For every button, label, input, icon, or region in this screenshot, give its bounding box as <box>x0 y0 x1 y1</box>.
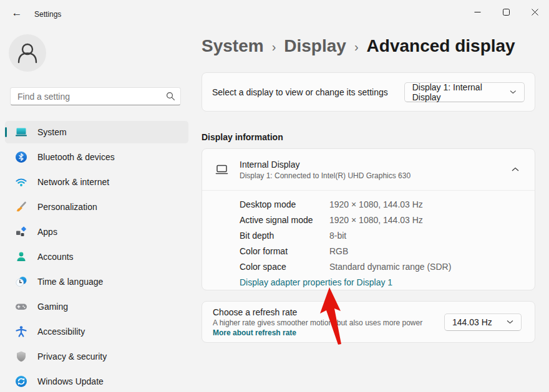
time-language-icon <box>15 275 27 288</box>
detail-row-active-signal-mode: Active signal mode 1920 × 1080, 144.03 H… <box>240 212 535 227</box>
sidebar-item-system[interactable]: System <box>5 121 188 143</box>
accessibility-icon <box>15 325 27 338</box>
avatar[interactable] <box>9 34 46 72</box>
maximize-button[interactable] <box>492 0 520 24</box>
back-button[interactable]: ← <box>5 2 29 24</box>
refresh-rate-card: Choose a refresh rate A higher rate give… <box>202 301 535 343</box>
select-display-card: Select a display to view or change its s… <box>202 72 535 112</box>
detail-row-bit-depth: Bit depth 8-bit <box>240 227 535 243</box>
chevron-down-icon <box>510 90 517 94</box>
sidebar-item-accounts[interactable]: Accounts <box>5 246 188 268</box>
chevron-down-icon <box>507 320 513 324</box>
sidebar-item-label: Accessibility <box>37 327 85 337</box>
sidebar-item-label: System <box>37 127 67 137</box>
window-controls <box>463 0 549 24</box>
breadcrumb-separator: › <box>272 35 276 57</box>
sidebar-item-personalization[interactable]: Personalization <box>5 196 188 218</box>
detail-row-color-format: Color format RGB <box>240 243 535 259</box>
chevron-up-icon <box>512 167 519 172</box>
search-input[interactable] <box>17 92 166 102</box>
windows-update-icon <box>15 375 27 388</box>
apps-icon <box>15 226 27 238</box>
sidebar-item-gaming[interactable]: Gaming <box>5 295 188 318</box>
sidebar-item-privacy-security[interactable]: Privacy & security <box>5 345 188 368</box>
refresh-rate-subtitle: A higher rate gives smoother motion, but… <box>213 318 422 327</box>
sidebar-item-label: Accounts <box>37 252 74 262</box>
collapse-button[interactable] <box>506 160 525 179</box>
page-title: Advanced display <box>367 36 515 57</box>
minimize-icon <box>474 9 481 16</box>
arrow-left-icon: ← <box>12 7 22 19</box>
display-information-card: Internal Display Display 1: Connected to… <box>202 148 535 290</box>
minimize-button[interactable] <box>463 0 492 24</box>
sidebar-item-accessibility[interactable]: Accessibility <box>5 320 188 343</box>
maximize-icon <box>503 9 510 16</box>
display-details: Desktop mode 1920 × 1080, 144.03 Hz Acti… <box>202 191 535 274</box>
gaming-icon <box>15 300 27 313</box>
select-display-label: Select a display to view or change its s… <box>212 87 404 98</box>
display-adapter-properties-link[interactable]: Display adapter properties for Display 1 <box>240 276 392 289</box>
sidebar-item-time-language[interactable]: Time & language <box>5 270 188 293</box>
sidebar-item-label: Apps <box>37 227 57 237</box>
refresh-rate-value: 144.03 Hz <box>452 317 492 327</box>
refresh-rate-title: Choose a refresh rate <box>213 307 422 317</box>
sidebar-item-label: Bluetooth & devices <box>37 152 115 162</box>
detail-row-desktop-mode: Desktop mode 1920 × 1080, 144.03 Hz <box>240 196 535 212</box>
display-information-heading: Display information <box>202 132 283 142</box>
sidebar-item-label: Network & internet <box>37 177 109 187</box>
bluetooth-icon <box>15 151 27 163</box>
breadcrumb: System › Display › Advanced display <box>202 35 515 57</box>
search-icon <box>166 92 175 101</box>
network-icon <box>15 176 27 188</box>
monitor-icon <box>215 164 229 176</box>
refresh-rate-dropdown[interactable]: 144.03 Hz <box>444 313 522 331</box>
privacy-icon <box>15 350 27 363</box>
personalization-icon <box>15 201 27 213</box>
sidebar-item-label: Time & language <box>37 277 103 287</box>
close-icon <box>532 9 538 16</box>
close-button[interactable] <box>520 0 549 24</box>
breadcrumb-system[interactable]: System <box>202 36 264 57</box>
display-select-value: Display 1: Internal Display <box>412 82 510 102</box>
sidebar-item-label: Personalization <box>37 202 97 212</box>
app-title: Settings <box>34 10 61 19</box>
sidebar-item-windows-update[interactable]: Windows Update <box>5 370 188 392</box>
search-box[interactable] <box>10 87 181 105</box>
system-icon <box>15 126 27 138</box>
device-subtitle: Display 1: Connected to Intel(R) UHD Gra… <box>240 171 411 180</box>
accounts-icon <box>15 251 27 263</box>
sidebar-nav: System Bluetooth & devices Network & int… <box>5 121 188 392</box>
breadcrumb-separator: › <box>354 35 359 57</box>
sidebar-item-apps[interactable]: Apps <box>5 221 188 243</box>
titlebar: ← Settings <box>0 0 549 29</box>
display-select-dropdown[interactable]: Display 1: Internal Display <box>404 82 525 102</box>
sidebar-item-bluetooth-devices[interactable]: Bluetooth & devices <box>5 146 188 168</box>
sidebar-item-label: Gaming <box>37 302 68 312</box>
detail-row-color-space: Color space Standard dynamic range (SDR) <box>240 259 535 274</box>
breadcrumb-display[interactable]: Display <box>284 36 346 57</box>
sidebar-item-network-internet[interactable]: Network & internet <box>5 171 188 193</box>
display-information-expander[interactable]: Internal Display Display 1: Connected to… <box>202 149 535 190</box>
sidebar-item-label: Privacy & security <box>37 351 107 361</box>
device-title: Internal Display <box>240 160 411 170</box>
person-outline-icon <box>9 34 46 72</box>
more-about-refresh-rate-link[interactable]: More about refresh rate <box>213 328 296 337</box>
selected-indicator <box>5 127 7 137</box>
sidebar-item-label: Windows Update <box>37 376 104 386</box>
